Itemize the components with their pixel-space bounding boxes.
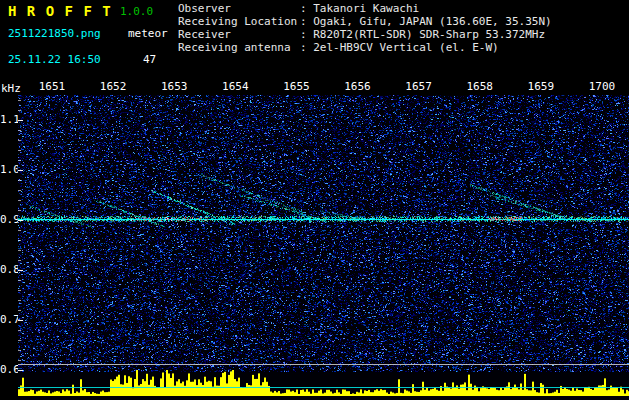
- freq-tick-label: 1.1: [0, 114, 16, 126]
- time-tick-label: 1652: [100, 80, 127, 93]
- info-separator: :: [300, 15, 307, 28]
- freq-axis: 1.11.00.90.80.70.6: [0, 0, 18, 400]
- info-separator: :: [300, 41, 307, 54]
- info-label: Receiving Location: [178, 15, 300, 28]
- info-value: Takanori Kawachi: [313, 2, 419, 15]
- info-label: Observer: [178, 2, 300, 15]
- time-tick-label: 1656: [344, 80, 371, 93]
- time-axis: 1651165216531654165516561657165816591700: [18, 80, 629, 94]
- freq-tick-label: 0.9: [0, 214, 16, 226]
- freq-tick-label: 0.7: [0, 314, 16, 326]
- app-title: H R O F F T: [8, 3, 112, 19]
- info-label: Receiver: [178, 28, 300, 41]
- time-tick-label: 1700: [589, 80, 616, 93]
- time-tick-label: 1653: [161, 80, 188, 93]
- header-left: H R O F F T 1.0.0 2511221850.png meteor …: [8, 0, 180, 78]
- time-tick-label: 1651: [39, 80, 66, 93]
- spectrogram-canvas: [18, 95, 629, 400]
- output-filename: 2511221850.png: [8, 27, 101, 40]
- mode-label: meteor: [128, 27, 168, 40]
- info-label: Receiving antenna: [178, 41, 300, 54]
- info-separator: :: [300, 2, 307, 15]
- info-value: R820T2(RTL-SDR) SDR-Sharp 53.372MHz: [313, 28, 545, 41]
- datetime-label: 25.11.22 16:50: [8, 53, 101, 66]
- time-tick-label: 1657: [405, 80, 432, 93]
- info-row-receiver: Receiver: R820T2(RTL-SDR) SDR-Sharp 53.3…: [178, 28, 552, 41]
- info-value: Ogaki, Gifu, JAPAN (136.60E, 35.35N): [313, 15, 551, 28]
- station-info: Observer: Takanori Kawachi Receiving Loc…: [178, 2, 552, 54]
- info-row-location: Receiving Location: Ogaki, Gifu, JAPAN (…: [178, 15, 552, 28]
- time-tick-label: 1654: [222, 80, 249, 93]
- hrofft-output: H R O F F T 1.0.0 2511221850.png meteor …: [0, 0, 629, 400]
- time-tick-label: 1655: [283, 80, 310, 93]
- freq-tick-label: 1.0: [0, 164, 16, 176]
- info-separator: :: [300, 28, 307, 41]
- info-row-observer: Observer: Takanori Kawachi: [178, 2, 552, 15]
- freq-tick-label: 0.8: [0, 264, 16, 276]
- echo-count: 47: [143, 53, 156, 66]
- info-row-antenna: Receiving antenna: 2el-HB9CV Vertical (e…: [178, 41, 552, 54]
- app-version: 1.0.0: [120, 5, 153, 18]
- time-tick-label: 1659: [528, 80, 555, 93]
- info-value: 2el-HB9CV Vertical (el. E-W): [313, 41, 498, 54]
- time-tick-label: 1658: [466, 80, 493, 93]
- freq-tick-label: 0.6: [0, 364, 16, 376]
